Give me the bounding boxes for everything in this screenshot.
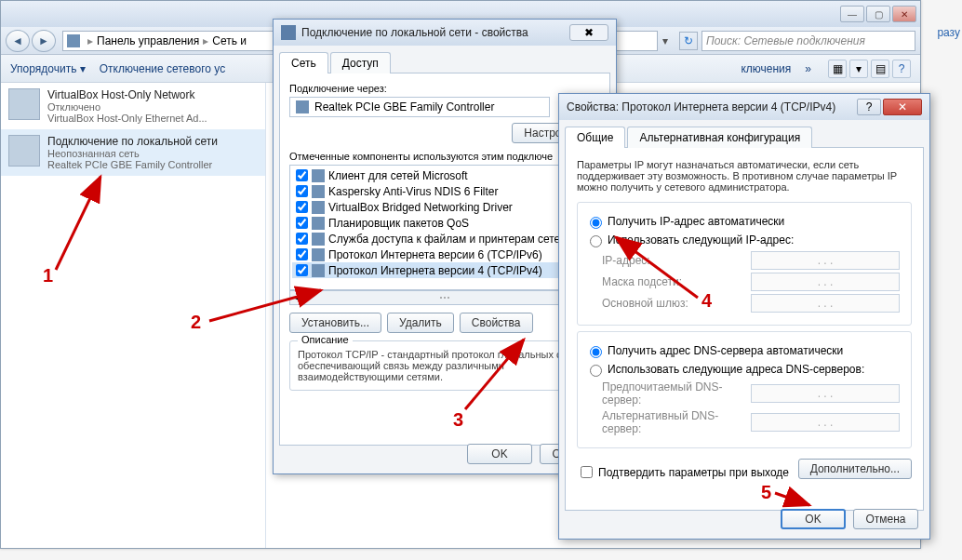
toolbar-item[interactable]: ключения — [741, 62, 791, 75]
tab-general[interactable]: Общие — [565, 127, 625, 148]
annotation-4: 4 — [701, 290, 712, 312]
back-button[interactable]: ◄ — [6, 30, 30, 52]
preferred-dns-label: Предпочитаемый DNS-сервер: — [602, 380, 751, 407]
advanced-button[interactable]: Дополнительно... — [798, 459, 912, 479]
toolbar-overflow[interactable]: » — [805, 62, 811, 75]
component-label: Служба доступа к файлам и принтерам сете… — [328, 233, 581, 246]
ok-button[interactable]: OK — [467, 444, 532, 464]
ok-button[interactable]: OK — [781, 509, 846, 529]
dns-auto-radio[interactable]: Получить адрес DNS-сервера автоматически — [585, 343, 903, 358]
adapter-field: Realtek PCIe GBE Family Controller — [289, 97, 550, 117]
component-checkbox[interactable] — [296, 169, 308, 181]
organize-button[interactable]: Упорядочить ▾ — [10, 62, 86, 75]
component-item[interactable]: Служба доступа к файлам и принтерам сете… — [292, 231, 597, 247]
radio-input[interactable] — [590, 346, 602, 358]
connections-list: VirtualBox Host-Only Network Отключено V… — [1, 83, 266, 548]
dialog-title: Подключение по локальной сети - свойства — [301, 26, 528, 39]
install-button[interactable]: Установить... — [289, 313, 381, 333]
component-item[interactable]: Kaspersky Anti-Virus NDIS 6 Filter — [292, 183, 597, 199]
close-button[interactable]: ✕ — [892, 6, 916, 22]
component-checkbox[interactable] — [296, 185, 308, 197]
radio-input[interactable] — [590, 365, 602, 377]
service-icon — [312, 233, 325, 246]
close-button[interactable]: ✕ — [883, 99, 922, 115]
description-legend: Описание — [298, 334, 353, 345]
ipv4-properties-dialog: Свойства: Протокол Интернета версии 4 (T… — [558, 93, 930, 540]
component-checkbox[interactable] — [296, 201, 308, 213]
dns-manual-radio[interactable]: Использовать следующие адреса DNS-сервер… — [585, 362, 903, 377]
adapter-name: Realtek PCIe GBE Family Controller — [314, 100, 494, 113]
preferred-dns-field: . . . — [751, 384, 900, 403]
forward-button[interactable]: ► — [32, 30, 56, 52]
component-item-tcpipv4[interactable]: Протокол Интернета версии 4 (TCP/IPv4) — [292, 262, 597, 278]
component-item[interactable]: VirtualBox Bridged Networking Driver — [292, 199, 597, 215]
adapter-icon — [8, 135, 40, 167]
maximize-button[interactable]: ▢ — [866, 6, 890, 22]
ip-auto-radio[interactable]: Получить IP-адрес автоматически — [585, 214, 903, 229]
component-item[interactable]: Протокол Интернета версии 6 (TCP/IPv6) — [292, 247, 597, 262]
refresh-button[interactable]: ↻ — [679, 32, 698, 50]
preview-pane-icon[interactable]: ▤ — [871, 60, 889, 78]
disable-device-button[interactable]: Отключение сетевого ус — [100, 62, 225, 75]
alternate-dns-field: . . . — [751, 413, 900, 432]
horizontal-scrollbar[interactable]: ◂ ⋯ ▸ — [289, 290, 600, 305]
component-item[interactable]: Клиент для сетей Microsoft — [292, 167, 597, 183]
scroll-left-icon[interactable]: ◂ — [290, 291, 305, 304]
radio-label: Использовать следующий IP-адрес: — [608, 233, 794, 247]
help-icon[interactable]: ? — [892, 60, 911, 78]
back-icon: ◄ — [12, 34, 23, 47]
radio-label: Использовать следующие адреса DNS-сервер… — [608, 363, 864, 376]
protocol-icon — [312, 264, 325, 277]
connection-text: Подключение по локальной сети Неопознанн… — [47, 135, 218, 170]
view-icon[interactable]: ▦ — [828, 60, 847, 78]
connection-status: Неопознанная сеть — [47, 148, 218, 159]
subnet-mask-field: . . . — [751, 273, 900, 291]
dropdown-icon[interactable]: ▾ — [662, 34, 675, 47]
radio-input[interactable] — [590, 217, 602, 229]
connection-item-lan[interactable]: Подключение по локальной сети Неопознанн… — [1, 129, 265, 176]
connection-item-virtualbox[interactable]: VirtualBox Host-Only Network Отключено V… — [1, 83, 265, 129]
help-button[interactable]: ? — [857, 99, 881, 115]
alternate-dns-label: Альтернативный DNS-сервер: — [602, 409, 751, 435]
search-input[interactable]: Поиск: Сетевые подключения — [701, 31, 915, 51]
service-icon — [312, 201, 325, 214]
checkbox-input[interactable] — [581, 466, 593, 478]
minimize-button[interactable]: — — [840, 6, 864, 22]
search-placeholder: Поиск: Сетевые подключения — [706, 34, 865, 47]
components-list[interactable]: Клиент для сетей Microsoft Kaspersky Ant… — [289, 165, 600, 290]
component-item[interactable]: Планировщик пакетов QoS — [292, 215, 597, 231]
radio-input[interactable] — [590, 235, 602, 247]
description-text: Протокол TCP/IP - стандартный протокол г… — [298, 349, 592, 382]
close-button[interactable]: ✖ — [569, 24, 608, 41]
component-label: Планировщик пакетов QoS — [328, 217, 469, 230]
gateway-label: Основной шлюз: — [602, 297, 751, 310]
component-checkbox[interactable] — [296, 217, 308, 229]
component-checkbox[interactable] — [296, 264, 308, 276]
ip-manual-radio[interactable]: Использовать следующий IP-адрес: — [585, 233, 903, 247]
radio-label: Получить адрес DNS-сервера автоматически — [608, 344, 843, 357]
breadcrumb-item[interactable]: Сеть и — [212, 34, 247, 47]
connection-text: VirtualBox Host-Only Network Отключено V… — [47, 88, 207, 124]
ip-address-label: IP-адрес: — [602, 254, 751, 267]
computer-icon — [67, 34, 80, 47]
tab-alternate[interactable]: Альтернативная конфигурация — [627, 127, 812, 148]
validate-on-exit-checkbox[interactable]: Подтвердить параметры при выходе — [577, 463, 789, 481]
tab-sharing[interactable]: Доступ — [330, 52, 391, 73]
network-icon — [281, 25, 296, 40]
breadcrumb-item[interactable]: Панель управления — [97, 34, 199, 47]
tabs: Общие Альтернативная конфигурация — [565, 126, 924, 148]
separator-icon: ▸ — [203, 34, 208, 47]
tab-network[interactable]: Сеть — [279, 52, 328, 73]
component-checkbox[interactable] — [296, 233, 308, 245]
cancel-button[interactable]: Отмена — [853, 509, 918, 529]
components-label: Отмеченные компоненты используются этим … — [289, 151, 600, 162]
separator-icon: ▸ — [87, 34, 93, 47]
properties-button[interactable]: Свойства — [460, 313, 533, 333]
uninstall-button[interactable]: Удалить — [387, 313, 454, 333]
annotation-1: 1 — [43, 265, 53, 287]
dialog-title: Свойства: Протокол Интернета версии 4 (T… — [567, 100, 857, 113]
view-dropdown-icon[interactable]: ▾ — [849, 60, 868, 78]
tabs: Сеть Доступ — [279, 51, 610, 73]
component-checkbox[interactable] — [296, 248, 308, 260]
connection-adapter: VirtualBox Host-Only Ethernet Ad... — [47, 113, 207, 124]
